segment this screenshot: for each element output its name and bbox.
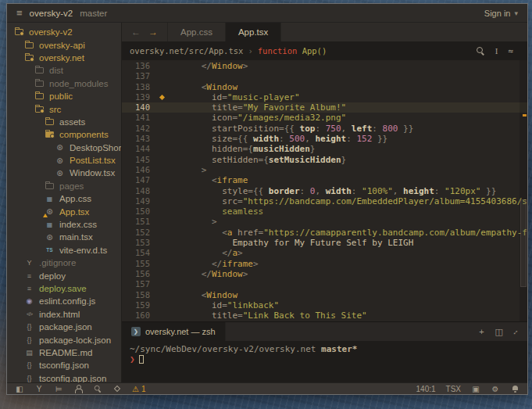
breadcrumb-path[interactable]: oversky.net/src/App.tsx [130,46,243,56]
code-line-138[interactable]: 138<Window [122,82,527,92]
code-editor[interactable]: 136</Window>137138<Window139id="music-pl… [122,60,527,321]
project-panel-icon[interactable]: ◧ [15,384,24,393]
code-line-147[interactable]: 147<iframe [122,175,527,185]
line-number[interactable]: 161 [122,321,150,321]
tree-item-README.md[interactable]: ▤README.md [7,346,121,359]
line-number[interactable]: 157 [122,279,150,289]
tree-item-oversky-v2[interactable]: oversky-v2 [7,26,121,38]
code-line-148[interactable]: 148style={{ border: 0, width: "100%", he… [122,186,527,196]
line-number[interactable]: 149 [122,196,150,206]
tree-item-public[interactable]: public [7,90,121,102]
notifications-bell-icon[interactable] [510,384,520,393]
code-line-142[interactable]: 142startPosition={{ top: 750, left: 800 … [122,124,527,134]
line-number[interactable]: 152 [122,228,150,238]
line-number[interactable]: 160 [122,310,150,321]
diagnostics-indicator[interactable]: ⚠ 1 [132,385,146,393]
search-panel-icon[interactable] [93,384,102,393]
line-number[interactable]: 145 [122,155,150,165]
line-number[interactable]: 139 [122,92,150,102]
inline-cursor-icon[interactable]: I [495,46,498,56]
app-menu-icon[interactable]: ≡ [16,7,23,19]
tree-item-oversky.net[interactable]: oversky.net [7,52,121,64]
tree-item-deploy[interactable]: ≡deploy [7,269,121,282]
tree-item-vite-env.d.ts[interactable]: TSvite-env.d.ts [7,244,121,257]
git-branch-label[interactable]: master [80,9,107,18]
line-number[interactable]: 137 [122,71,150,81]
line-number[interactable]: 158 [122,290,150,300]
code-line-145[interactable]: 145setHidden={setMusicHidden} [122,155,527,165]
tree-item-node_modules[interactable]: node_modules [7,77,121,90]
soft-wrap-icon[interactable]: ≈ [508,46,513,56]
forward-icon[interactable]: → [148,27,158,38]
tree-item-index.html[interactable]: </>index.html [7,308,121,321]
code-line-160[interactable]: 160title="Link Back to This Site" [122,310,527,321]
line-number[interactable]: 150 [122,206,150,217]
source-control-icon[interactable]: Y [34,384,44,393]
new-terminal-icon[interactable]: + [479,327,484,336]
code-line-150[interactable]: 150seamless [122,206,527,217]
tree-item-App.css[interactable]: ▦App.css [7,192,121,205]
scrollbar-thumb[interactable] [520,199,527,287]
editor-scrollbar[interactable] [520,60,527,321]
search-icon[interactable] [477,47,485,56]
tree-item-App.tsx[interactable]: ⊛App.tsx [7,205,121,217]
line-number[interactable]: 148 [122,186,150,196]
assistant-icon[interactable] [112,384,122,393]
collab-panel-icon[interactable] [73,384,83,393]
split-terminal-icon[interactable]: ◫ [495,327,503,337]
code-line-161[interactable]: 161startPosition={{ top: 900, left: 1150… [122,321,527,321]
line-number[interactable]: 136 [122,61,150,71]
code-line-144[interactable]: 144hidden={musicHidden} [122,144,527,154]
code-line-141[interactable]: 141icon="/images/media32.png" [122,113,527,123]
code-line-151[interactable]: 151> [122,217,527,227]
line-number[interactable]: 151 [122,217,150,227]
tab-App.css[interactable]: App.css [168,23,226,41]
tree-item-package.json[interactable]: {}package.json [7,321,121,333]
code-line-137[interactable]: 137 [122,71,527,81]
tab-App.tsx[interactable]: App.tsx [226,23,281,41]
tree-item-tsconfig.app.json[interactable]: {}tsconfig.app.json [7,372,121,382]
line-number[interactable]: 159 [122,300,150,310]
line-number[interactable]: 141 [122,113,150,123]
line-number[interactable]: 155 [122,259,150,269]
tree-item-tsconfig.json[interactable]: {}tsconfig.json [7,359,121,371]
maximize-panel-icon[interactable]: ↕ [512,327,520,335]
tree-item-PostList.tsx[interactable]: ⊛PostList.tsx [7,154,121,167]
code-line-143[interactable]: 143size={{ width: 500, height: 152 }} [122,134,527,144]
tree-item-pages[interactable]: pages [7,180,121,192]
tree-item-src[interactable]: src [7,102,121,115]
settings-gear-icon[interactable]: ⚙ [491,384,500,393]
tree-item-deploy.save[interactable]: ≡deploy.save [7,282,121,295]
tree-item-oversky-api[interactable]: oversky-api [7,38,121,51]
project-name[interactable]: oversky-v2 [30,9,73,18]
tree-item-components[interactable]: components [7,128,121,141]
tree-item-main.tsx[interactable]: ⊛main.tsx [7,231,121,243]
line-number[interactable]: 144 [122,144,150,154]
tree-item-package-lock.json[interactable]: {}package-lock.json [7,333,121,346]
tree-item-dist[interactable]: dist [7,64,121,77]
code-line-140[interactable]: 140title="My Favorite Album!" [122,102,527,113]
code-line-146[interactable]: 146> [122,165,527,175]
line-number[interactable]: 142 [122,124,150,134]
tree-item-DesktopShortcut.tsx[interactable]: ⊛DesktopShortcut.tsx [7,142,121,154]
language-selector[interactable]: TSX [446,385,461,393]
line-number[interactable]: 140 [122,102,150,113]
tree-item-Window.tsx[interactable]: ⊛Window.tsx [7,167,121,179]
code-line-139[interactable]: 139id="music-player" [122,92,527,102]
terminal-output[interactable]: ~/sync/WebDev/oversky-v2/oversky.net mas… [122,341,527,382]
tree-item-index.css[interactable]: ▦index.css [7,218,121,231]
breadcrumb-symbol[interactable]: function App() [258,46,327,56]
code-line-156[interactable]: 156</Window> [122,269,527,279]
code-line-157[interactable]: 157 [122,279,527,289]
tree-item-eslint.config.js[interactable]: ◉eslint.config.js [7,295,121,307]
code-line-153[interactable]: 153Empathy for My Future Self by LEIGH [122,238,527,248]
code-line-154[interactable]: 154</a> [122,248,527,258]
code-line-159[interactable]: 159id="linkback" [122,300,527,310]
line-number[interactable]: 153 [122,238,150,248]
code-line-136[interactable]: 136</Window> [122,61,527,71]
line-number[interactable]: 154 [122,248,150,258]
code-line-149[interactable]: 149src="https://bandcamp.com/EmbeddedPla… [122,196,527,206]
sign-in-button[interactable]: Sign in ▾ [484,9,518,18]
tree-item-assets[interactable]: assets [7,116,121,128]
line-number[interactable]: 156 [122,269,150,279]
